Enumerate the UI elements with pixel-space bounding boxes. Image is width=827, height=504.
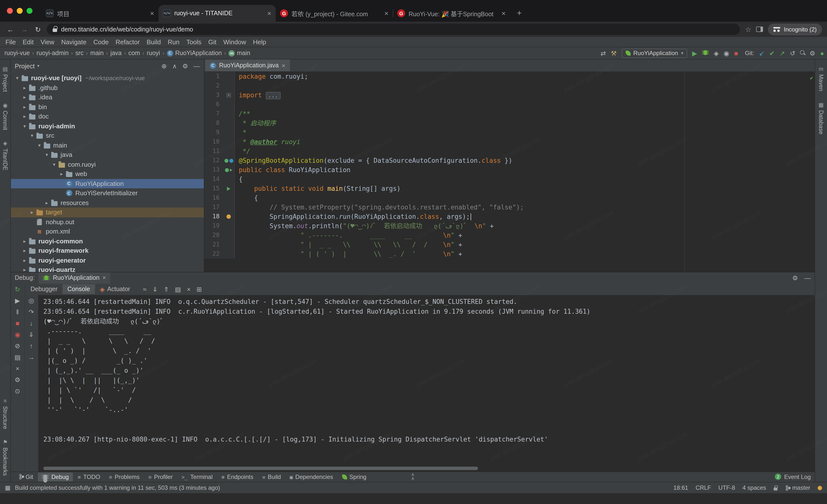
horizontal-scrollbar[interactable] bbox=[43, 466, 478, 470]
code-editor[interactable]: ✔ 1package com.ruoyi;23+import ...67/**8… bbox=[204, 72, 815, 272]
gutter-marker[interactable] bbox=[223, 184, 235, 193]
code-text[interactable] bbox=[235, 81, 239, 91]
git-push-icon[interactable]: ↗ bbox=[779, 50, 785, 56]
menu-file[interactable]: File bbox=[2, 38, 19, 46]
tree-item[interactable]: ▾main bbox=[11, 141, 204, 150]
address-bar[interactable]: demo.titanide.cn/ide/web/coding/ruoyi-vu… bbox=[47, 23, 740, 35]
tree-arrow-icon[interactable]: ▸ bbox=[21, 258, 28, 263]
browser-tab[interactable]: G若依 (y_project) - Gitee.com× bbox=[276, 5, 393, 22]
run-gutter-icon[interactable] bbox=[227, 186, 230, 190]
print-icon[interactable]: ▤ bbox=[14, 354, 21, 360]
tree-arrow-icon[interactable]: ▾ bbox=[36, 143, 43, 148]
run-configuration-select[interactable]: RuoYiApplication ▾ bbox=[622, 48, 687, 58]
tool-window-switcher-icon[interactable]: ▦ bbox=[5, 485, 11, 491]
menu-tools[interactable]: Tools bbox=[183, 38, 205, 46]
tree-item[interactable]: ▸bin bbox=[11, 102, 204, 112]
breadcrumb-item[interactable]: main bbox=[90, 50, 104, 57]
new-tab-button[interactable]: + bbox=[513, 7, 526, 20]
code-text[interactable]: package com.ruoyi; bbox=[235, 72, 308, 81]
minimize-window-button[interactable] bbox=[17, 8, 22, 14]
tree-item[interactable]: mpom.xml bbox=[11, 227, 204, 236]
code-text[interactable]: " .-------. ____ __ \n" + bbox=[235, 231, 462, 240]
tree-item[interactable]: ▾java bbox=[11, 150, 204, 160]
line-separator[interactable]: CRLF bbox=[695, 484, 711, 491]
coverage-icon[interactable]: ◈ bbox=[714, 50, 719, 56]
soft-wrap-icon[interactable]: ≈ bbox=[143, 286, 146, 292]
tree-item[interactable]: ▸.github bbox=[11, 83, 204, 93]
menu-view[interactable]: View bbox=[37, 38, 58, 46]
tool-window-button-problems[interactable]: ⊘Problems bbox=[105, 472, 144, 482]
breadcrumb-item[interactable]: CRuoYiApplication bbox=[166, 50, 222, 57]
caret-position[interactable]: 18:61 bbox=[673, 484, 688, 491]
tool-window-button-profiler[interactable]: ⊙Profiler bbox=[144, 472, 177, 482]
line-number[interactable]: 18 bbox=[204, 212, 223, 221]
tree-item[interactable]: ▸web bbox=[11, 169, 204, 179]
line-number[interactable]: 20 bbox=[204, 231, 223, 240]
git-commit-icon[interactable]: ✔ bbox=[769, 50, 775, 56]
breakpoint-icon[interactable] bbox=[227, 214, 231, 219]
menu-refactor[interactable]: Refactor bbox=[112, 38, 143, 46]
line-number[interactable]: 21 bbox=[204, 240, 223, 249]
split-icon[interactable]: ⊞ bbox=[196, 286, 202, 292]
code-text[interactable]: // System.setProperty("spring.devtools.r… bbox=[235, 203, 524, 212]
close-icon[interactable]: × bbox=[282, 62, 285, 69]
tree-arrow-icon[interactable]: ▸ bbox=[58, 171, 65, 177]
tree-item[interactable]: ▸doc bbox=[11, 112, 204, 121]
stop-icon[interactable]: ■ bbox=[734, 50, 738, 56]
tree-arrow-icon[interactable]: ▸ bbox=[21, 267, 28, 272]
tool-window-button-git[interactable]: Git bbox=[15, 472, 37, 482]
tool-window-button-build[interactable]: ⚒Build bbox=[258, 472, 285, 482]
gutter-marker[interactable] bbox=[223, 156, 235, 165]
tool-strip-button-structure[interactable]: ≡Structure bbox=[2, 398, 8, 429]
indent-setting[interactable]: 4 spaces bbox=[742, 484, 766, 491]
run-gutter-icon[interactable] bbox=[230, 168, 232, 171]
line-number[interactable]: 13 bbox=[204, 165, 223, 175]
browser-tab[interactable]: GRuoYi-Vue: 🎉 基于SpringBoot× bbox=[393, 5, 510, 22]
line-number[interactable]: 19 bbox=[204, 221, 223, 231]
readonly-lock-icon[interactable] bbox=[774, 487, 778, 490]
browser-tab[interactable]: </>项目× bbox=[41, 5, 158, 22]
tree-arrow-icon[interactable]: ▾ bbox=[21, 123, 28, 129]
pin-icon[interactable]: ⊙ bbox=[15, 388, 20, 394]
gutter-marker[interactable]: + bbox=[223, 91, 235, 100]
settings-icon[interactable]: ⚙ bbox=[810, 50, 815, 56]
tree-item[interactable]: ▾src bbox=[11, 131, 204, 141]
menu-navigate[interactable]: Navigate bbox=[58, 38, 90, 46]
step-into-icon[interactable]: ↓ bbox=[30, 320, 33, 327]
run-to-cursor-icon[interactable]: → bbox=[28, 354, 35, 360]
line-number[interactable]: 10 bbox=[204, 137, 223, 147]
close-window-button[interactable] bbox=[7, 8, 13, 14]
line-number[interactable]: 8 bbox=[204, 118, 223, 128]
line-number[interactable]: 1 bbox=[204, 72, 223, 81]
exec-point-icon[interactable]: ◎ bbox=[29, 297, 34, 304]
tree-item[interactable]: ▸ruoyi-common bbox=[11, 236, 204, 246]
view-breakpoints-icon[interactable]: ◉ bbox=[15, 331, 20, 338]
console-output[interactable]: 23:05:46.644 [restartedMain] INFO o.q.c.… bbox=[38, 295, 815, 471]
file-encoding[interactable]: UTF-8 bbox=[719, 484, 735, 491]
tree-item[interactable]: ▾ruoyi-admin bbox=[11, 121, 204, 131]
code-text[interactable]: " | _ _ \\ \\ \\ / / \n" + bbox=[235, 240, 462, 249]
menu-edit[interactable]: Edit bbox=[19, 38, 37, 46]
stop-icon[interactable]: ■ bbox=[15, 320, 19, 327]
inspection-status-icon[interactable]: ✔ bbox=[810, 73, 813, 82]
line-number[interactable]: 2 bbox=[204, 81, 223, 91]
line-number[interactable]: 17 bbox=[204, 203, 223, 212]
code-text[interactable]: * 启动程序 bbox=[235, 118, 276, 128]
debug-tab-actuator[interactable]: ◈Actuator bbox=[95, 284, 135, 294]
site-security-icon[interactable] bbox=[53, 29, 57, 32]
pause-icon[interactable]: ‖ bbox=[16, 309, 19, 315]
tool-window-button-endpoints[interactable]: ⊕Endpoints bbox=[217, 472, 257, 482]
tree-arrow-icon[interactable]: ▸ bbox=[21, 85, 28, 91]
maximize-window-button[interactable] bbox=[27, 8, 33, 14]
code-text[interactable]: /** bbox=[235, 109, 250, 118]
tree-arrow-icon[interactable]: ▸ bbox=[29, 210, 36, 215]
debug-tab-debugger[interactable]: Debugger bbox=[26, 284, 62, 294]
tree-arrow-icon[interactable]: ▸ bbox=[21, 104, 28, 110]
scroll-end-icon[interactable]: ⇓ bbox=[152, 286, 158, 292]
code-text[interactable] bbox=[235, 100, 239, 109]
line-number[interactable]: 11 bbox=[204, 147, 223, 156]
editor-tab[interactable]: C RuoYiApplication.java × bbox=[205, 59, 290, 71]
git-update-icon[interactable]: ↙ bbox=[759, 50, 765, 56]
hide-panel-chevron-icon[interactable]: ∧ ∧ bbox=[411, 472, 414, 480]
menu-run[interactable]: Run bbox=[164, 38, 183, 46]
